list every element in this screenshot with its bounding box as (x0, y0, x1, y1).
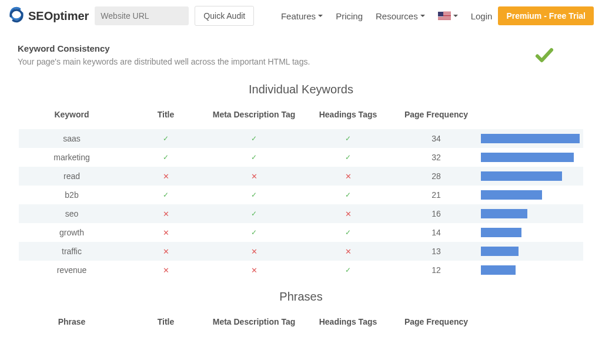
status-check-icon (534, 45, 555, 68)
frequency-bar (481, 153, 574, 162)
frequency-bar-cell (477, 153, 583, 162)
table-row: saas✓✓✓34 (19, 129, 583, 148)
brand-logo[interactable]: SEOptimer (8, 6, 89, 26)
nav-pricing[interactable]: Pricing (336, 11, 363, 21)
chevron-down-icon (420, 15, 425, 17)
cell-headings-mark: ✓ (301, 153, 395, 161)
phrases-table-header: Phrase Title Meta Description Tag Headin… (19, 312, 583, 336)
cell-headings-mark: ✕ (301, 172, 395, 181)
keyword-consistency-section: Keyword Consistency Your page's main key… (0, 32, 602, 72)
keywords-table-header: Keyword Title Meta Description Tag Headi… (19, 105, 583, 129)
col-frequency: Page Frequency (395, 316, 477, 327)
cell-meta-mark: ✕ (207, 172, 301, 181)
brand-text: SEOptimer (28, 9, 89, 23)
frequency-bar-cell (477, 171, 583, 181)
cell-frequency: 13 (395, 247, 477, 256)
table-row: revenue✕✕✓12 (19, 261, 583, 279)
nav-features-label: Features (281, 11, 316, 21)
table-row: marketing✓✓✓32 (19, 148, 583, 167)
frequency-bar (481, 171, 562, 181)
cell-frequency: 28 (395, 171, 477, 181)
flag-us-icon (438, 12, 451, 20)
table-row: seo✕✓✕16 (19, 204, 583, 223)
chevron-down-icon (318, 15, 323, 17)
cell-keyword: saas (19, 134, 125, 143)
frequency-bar (481, 209, 527, 218)
cell-meta-mark: ✕ (207, 247, 301, 256)
nav-resources-label: Resources (376, 11, 418, 21)
col-frequency: Page Frequency (395, 109, 477, 120)
cell-headings-mark: ✓ (301, 191, 395, 199)
cell-meta-mark: ✓ (207, 228, 301, 237)
cell-meta-mark: ✓ (207, 134, 301, 143)
frequency-bar-cell (477, 209, 583, 218)
cell-headings-mark: ✓ (301, 134, 395, 143)
keywords-table-title: Individual Keywords (0, 83, 602, 96)
cell-title-mark: ✕ (125, 210, 207, 218)
phrases-table-title: Phrases (0, 290, 602, 304)
keywords-table: Keyword Title Meta Description Tag Headi… (19, 105, 583, 279)
nav-links: Features Pricing Resources Login (281, 11, 492, 21)
nav-features[interactable]: Features (281, 11, 323, 21)
cell-keyword: b2b (19, 190, 125, 200)
col-keyword: Keyword (19, 109, 125, 120)
section-title: Keyword Consistency (18, 43, 584, 53)
frequency-bar-cell (477, 228, 583, 237)
col-title: Title (125, 109, 207, 120)
cell-keyword: seo (19, 209, 125, 218)
frequency-bar (481, 134, 580, 143)
cell-frequency: 14 (395, 228, 477, 237)
cell-title-mark: ✓ (125, 134, 207, 143)
section-description: Your page's main keywords are distribute… (18, 57, 584, 66)
frequency-bar (481, 190, 542, 200)
cell-keyword: growth (19, 228, 125, 237)
cell-title-mark: ✓ (125, 153, 207, 161)
website-url-input[interactable] (95, 6, 189, 25)
chevron-down-icon (453, 15, 458, 17)
cell-meta-mark: ✓ (207, 153, 301, 161)
frequency-bar (481, 265, 516, 275)
cell-frequency: 12 (395, 265, 477, 275)
col-meta: Meta Description Tag (207, 316, 301, 327)
frequency-bar-cell (477, 190, 583, 200)
phrases-table: Phrase Title Meta Description Tag Headin… (19, 312, 583, 336)
col-title: Title (125, 316, 207, 327)
quick-audit-button[interactable]: Quick Audit (195, 6, 254, 26)
cell-keyword: read (19, 171, 125, 181)
cell-title-mark: ✕ (125, 228, 207, 237)
frequency-bar (481, 228, 521, 237)
cell-keyword: traffic (19, 247, 125, 256)
table-row: read✕✕✕28 (19, 167, 583, 186)
cell-meta-mark: ✓ (207, 210, 301, 218)
cell-frequency: 16 (395, 209, 477, 218)
cell-keyword: marketing (19, 153, 125, 162)
cell-keyword: revenue (19, 265, 125, 275)
frequency-bar (481, 247, 519, 256)
cell-title-mark: ✕ (125, 172, 207, 181)
table-row: traffic✕✕✕13 (19, 242, 583, 261)
cell-title-mark: ✕ (125, 266, 207, 275)
nav-resources[interactable]: Resources (376, 11, 425, 21)
cell-title-mark: ✓ (125, 191, 207, 199)
table-row: b2b✓✓✓21 (19, 186, 583, 204)
cell-headings-mark: ✓ (301, 266, 395, 274)
cell-meta-mark: ✓ (207, 191, 301, 199)
cell-frequency: 32 (395, 153, 477, 162)
cell-headings-mark: ✕ (301, 247, 395, 256)
premium-button[interactable]: Premium - Free Trial (498, 6, 594, 25)
cell-meta-mark: ✕ (207, 266, 301, 275)
cell-headings-mark: ✓ (301, 228, 395, 237)
table-row: growth✕✓✓14 (19, 223, 583, 242)
logo-icon (8, 6, 25, 26)
cell-frequency: 21 (395, 190, 477, 200)
frequency-bar-cell (477, 134, 583, 143)
nav-login[interactable]: Login (471, 11, 493, 21)
col-phrase: Phrase (19, 316, 125, 327)
language-switcher[interactable] (438, 12, 458, 20)
cell-title-mark: ✕ (125, 247, 207, 256)
col-headings: Headings Tags (301, 316, 395, 327)
frequency-bar-cell (477, 265, 583, 275)
frequency-bar-cell (477, 247, 583, 256)
col-headings: Headings Tags (301, 109, 395, 120)
cell-frequency: 34 (395, 134, 477, 143)
